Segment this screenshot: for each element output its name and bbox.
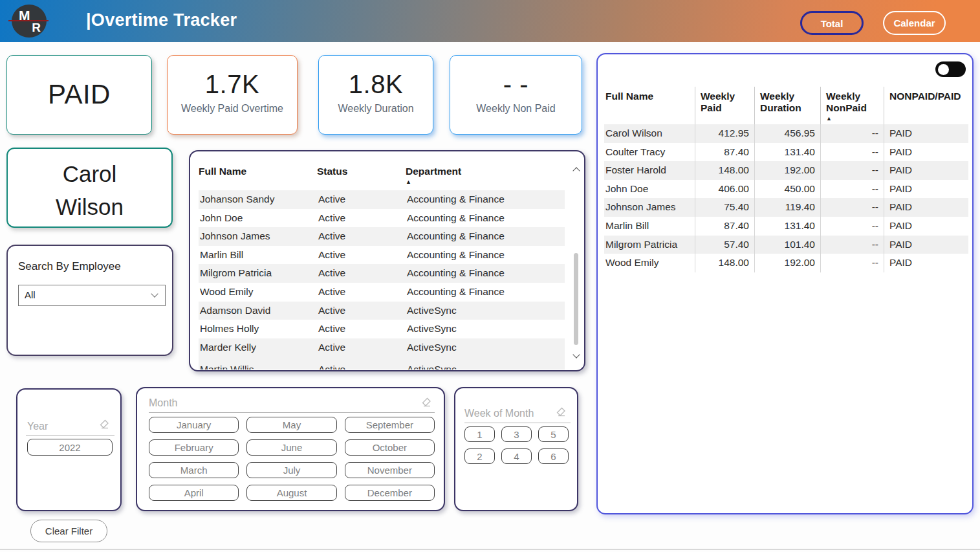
calendar-button[interactable]: Calendar xyxy=(883,11,946,35)
table-row[interactable]: Carol Wilson 412.95 456.95 -- PAID xyxy=(604,124,968,143)
kpi-card-paid-status[interactable]: PAID xyxy=(6,55,152,135)
employee-dropdown[interactable]: All xyxy=(18,285,166,306)
overtime-tracker-dashboard: M R |Overtime Tracker Total Calendar PAI… xyxy=(0,0,980,552)
kpi-label: Weekly Non Paid xyxy=(450,103,582,115)
eraser-clear-icon[interactable] xyxy=(556,407,567,417)
kpi-card-weekly-non-paid[interactable]: - - Weekly Non Paid xyxy=(450,55,582,135)
cell-weekly-paid: 406.00 xyxy=(695,180,754,199)
kpi-label: Weekly Duration xyxy=(319,103,433,115)
eraser-clear-icon[interactable] xyxy=(100,419,110,430)
cell-nonpaid-paid: PAID xyxy=(884,143,968,162)
column-header-nonpaid-paid[interactable]: NONPAID/PAID xyxy=(884,87,968,127)
weekly-summary-panel: Full Name Weekly Paid Weekly Duration We… xyxy=(596,53,974,514)
cell-full-name: Foster Harold xyxy=(604,161,695,180)
table-row[interactable]: Foster Harold 148.00 192.00 -- PAID xyxy=(604,161,968,180)
table-row[interactable]: Marlin Bill 87.40 131.40 -- PAID xyxy=(604,217,968,236)
column-header-status[interactable]: Status xyxy=(317,166,406,184)
month-option-button[interactable]: July xyxy=(246,462,336,478)
cell-weekly-paid: 87.40 xyxy=(695,143,754,162)
month-option-button[interactable]: January xyxy=(149,417,239,433)
column-header-full-name[interactable]: Full Name xyxy=(199,166,317,184)
column-header-full-name[interactable]: Full Name xyxy=(604,87,695,127)
eraser-clear-icon[interactable] xyxy=(422,397,432,408)
cell-nonpaid-paid: PAID xyxy=(884,161,968,180)
cell-full-name: John Doe xyxy=(604,180,695,199)
week-option-button[interactable]: 5 xyxy=(538,426,569,442)
table-row[interactable]: Johnson James Active Accounting & Financ… xyxy=(199,227,565,246)
month-option-button[interactable]: February xyxy=(149,439,239,456)
cell-weekly-duration: 450.00 xyxy=(754,180,820,199)
table-row[interactable]: Adamson David Active ActiveSync xyxy=(199,302,565,320)
table-row[interactable]: Wood Emily Active Accounting & Finance xyxy=(199,283,565,302)
table-row[interactable]: John Doe Active Accounting & Finance xyxy=(199,209,565,228)
scroll-up-icon[interactable] xyxy=(572,167,580,174)
cell-department: ActiveSync xyxy=(406,302,565,320)
month-option-button[interactable]: April xyxy=(149,485,239,501)
month-options: January May September February June Octo… xyxy=(149,417,435,501)
cell-full-name: Wood Emily xyxy=(199,283,317,302)
table-row[interactable]: Wood Emily 148.00 192.00 -- PAID xyxy=(604,254,968,272)
table-row[interactable]: Milgrom Patricia 57.40 101.40 -- PAID xyxy=(604,236,968,254)
week-option-button[interactable]: 6 xyxy=(538,448,569,464)
scrollbar-thumb[interactable] xyxy=(574,253,578,345)
table-row-clipped[interactable]: Martin Willis Active ActiveSync xyxy=(199,357,565,370)
cell-department: Accounting & Finance xyxy=(406,209,565,228)
sort-ascending-icon: ▲ xyxy=(826,116,878,121)
column-header-department[interactable]: Department ▲ xyxy=(406,166,565,184)
cell-full-name: Martin Willis xyxy=(199,357,317,370)
month-option-button[interactable]: March xyxy=(149,462,239,478)
month-option-button[interactable]: November xyxy=(345,462,435,478)
cell-weekly-duration: 131.40 xyxy=(754,217,820,236)
summary-table-body: Carol Wilson 412.95 456.95 -- PAID Coult… xyxy=(604,124,968,272)
week-option-button[interactable]: 1 xyxy=(464,426,495,442)
cell-status: Active xyxy=(317,264,406,283)
toggle-switch[interactable] xyxy=(935,61,966,77)
scroll-down-icon[interactable] xyxy=(572,351,580,358)
month-option-button[interactable]: October xyxy=(345,439,435,456)
kpi-card-weekly-duration[interactable]: 1.8K Weekly Duration xyxy=(318,55,433,135)
table-row[interactable]: Marder Kelly Active ActiveSync xyxy=(199,338,565,357)
column-header-weekly-duration[interactable]: Weekly Duration xyxy=(754,87,820,127)
month-option-button[interactable]: August xyxy=(246,485,336,501)
logo-red-line xyxy=(8,20,49,21)
cell-nonpaid-paid: PAID xyxy=(884,217,968,236)
year-option-2022[interactable]: 2022 xyxy=(27,439,113,456)
table-row[interactable]: Johanson Sandy Active Accounting & Finan… xyxy=(199,190,565,209)
chevron-down-icon xyxy=(151,290,158,297)
week-option-button[interactable]: 2 xyxy=(464,448,495,464)
kpi-label: Weekly Paid Overtime xyxy=(168,103,297,115)
employee-status-table: Full Name Status Department ▲ Johanson S… xyxy=(189,150,585,371)
kpi-value: PAID xyxy=(7,56,151,133)
month-filter-label: Month xyxy=(149,397,177,409)
cell-status: Active xyxy=(317,190,406,209)
week-option-button[interactable]: 3 xyxy=(501,426,532,442)
week-option-button[interactable]: 4 xyxy=(501,448,532,464)
cell-department: ActiveSync xyxy=(406,320,565,338)
month-option-button[interactable]: September xyxy=(345,417,435,433)
kpi-value: 1.8K xyxy=(319,70,433,99)
kpi-card-weekly-paid-overtime[interactable]: 1.7K Weekly Paid Overtime xyxy=(167,55,298,135)
mr-logo-icon: M R xyxy=(12,5,47,38)
clear-filter-button[interactable]: Clear Filter xyxy=(30,520,107,542)
selected-employee-name: Carol Wilson xyxy=(35,158,145,224)
column-header-weekly-nonpaid[interactable]: Weekly NonPaid ▲ xyxy=(820,87,884,127)
table-row[interactable]: Marlin Bill Active Accounting & Finance xyxy=(199,246,565,265)
month-option-button[interactable]: May xyxy=(246,417,336,433)
month-option-button[interactable]: December xyxy=(345,485,435,501)
cell-status: Active xyxy=(317,320,406,338)
cell-department: ActiveSync xyxy=(406,338,565,357)
column-header-weekly-paid[interactable]: Weekly Paid xyxy=(695,87,754,127)
kpi-value: 1.7K xyxy=(168,70,297,99)
table-row[interactable]: Holmes Holly Active ActiveSync xyxy=(199,320,565,338)
cell-full-name: Carol Wilson xyxy=(604,124,695,143)
cell-status: Active xyxy=(317,302,406,320)
cell-full-name: Holmes Holly xyxy=(199,320,317,338)
month-option-button[interactable]: June xyxy=(246,439,336,456)
table-row[interactable]: Johnson James 75.40 119.40 -- PAID xyxy=(604,198,968,217)
total-button[interactable]: Total xyxy=(800,11,864,35)
table-row[interactable]: Milgrom Patricia Active Accounting & Fin… xyxy=(199,264,565,283)
table-row[interactable]: John Doe 406.00 450.00 -- PAID xyxy=(604,180,968,199)
cell-full-name: Milgrom Patricia xyxy=(199,264,317,283)
selected-employee-card[interactable]: Carol Wilson xyxy=(6,148,173,228)
table-row[interactable]: Coulter Tracy 87.40 131.40 -- PAID xyxy=(604,143,968,162)
